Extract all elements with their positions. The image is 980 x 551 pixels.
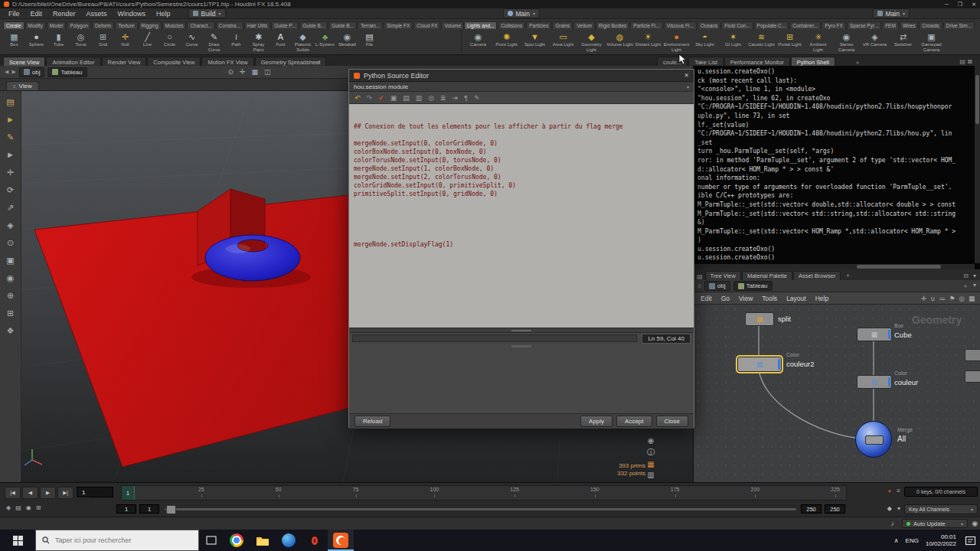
shelf-tool[interactable]: ∿ Curve — [181, 31, 203, 52]
shelf-tab[interactable]: Guide P... — [271, 21, 299, 29]
menu-item[interactable]: Help — [151, 10, 176, 18]
range-icon[interactable]: ◉ — [26, 504, 31, 511]
transport-button[interactable]: ◀ — [22, 487, 38, 499]
editor-titlebar[interactable]: Python Source Editor ✕ — [349, 70, 694, 82]
viewport-tool-icon[interactable]: ⇗ — [4, 202, 18, 213]
taskbar-app-files[interactable] — [250, 530, 276, 551]
search-input[interactable] — [54, 536, 192, 545]
path-obj-chip[interactable]: obj — [19, 67, 45, 77]
shelf-tab[interactable]: Cloud FX — [413, 21, 440, 29]
taskbar-app-blue[interactable] — [276, 530, 302, 551]
taskbar-app-houdini[interactable] — [328, 530, 354, 551]
network-menu-item[interactable]: Go — [717, 295, 734, 302]
editor-toolbar-icon[interactable]: ▣ — [390, 94, 397, 102]
shelf-tab[interactable]: Polygon — [67, 21, 91, 29]
range-start-field[interactable]: 1 — [116, 504, 136, 514]
horizontal-scrollbar[interactable] — [694, 264, 975, 269]
python-shell-pane[interactable]: u.session.createOxo()ck (most recent cal… — [693, 66, 980, 269]
shelf-tool[interactable]: ◎ Torus — [70, 31, 92, 52]
shelf-tab[interactable]: Viscous Fl... — [664, 21, 697, 29]
reload-button[interactable]: Reload — [354, 416, 390, 427]
menu-item[interactable]: Edit — [25, 10, 48, 18]
shelf-tool[interactable]: ✎ Draw Curve — [203, 31, 225, 52]
viewport-tool-icon[interactable]: ▤ — [4, 96, 18, 107]
editor-toolbar-icon[interactable]: ◎ — [428, 94, 434, 102]
display-option-icon[interactable]: ▥ — [647, 471, 655, 479]
shelf-tab[interactable]: Pyro FX — [822, 21, 845, 29]
range-end-field2[interactable]: 250 — [825, 504, 845, 514]
menu-item[interactable]: Windows — [113, 10, 152, 18]
back-icon[interactable]: ◀ — [5, 69, 8, 75]
shelf-tool[interactable]: ╱ Line — [136, 31, 158, 52]
viewport-option-icon[interactable]: ▦ — [252, 68, 259, 76]
network-menu-item[interactable]: Tools — [757, 295, 782, 302]
shelf-tool[interactable]: ◆ Platonic Solids — [292, 31, 314, 52]
shelf-tab[interactable]: Rigging — [139, 21, 162, 29]
clipped-node[interactable] — [965, 349, 980, 361]
shelf-tab[interactable]: Modify — [25, 21, 46, 29]
node-couleur[interactable]: ▨ — [857, 375, 892, 389]
language-indicator[interactable]: ENG — [906, 537, 919, 544]
code-editor[interactable]: ## Conexion de tout les elements pour le… — [349, 104, 694, 328]
add-network-tab-button[interactable]: ＋ — [841, 270, 854, 280]
viewport-tool-icon[interactable]: ⊙ — [4, 237, 18, 248]
main-scene-dropdown[interactable]: Main▾ — [503, 8, 540, 18]
path-obj-chip[interactable]: obj — [704, 281, 730, 291]
network-toolbar-icon[interactable]: ⚑ — [949, 295, 956, 302]
shelf-tab[interactable]: Create — [3, 21, 24, 29]
shelf-tab[interactable]: Particles — [526, 21, 551, 29]
network-toolbar-icon[interactable]: ◎ — [959, 295, 965, 302]
shelf-tool[interactable]: ▣ Gamepad Camera — [917, 31, 946, 52]
current-frame-marker[interactable]: 1 — [122, 486, 135, 500]
shelf-tool[interactable]: ◉ Camera — [464, 31, 492, 52]
audio-icon[interactable]: ♪ — [891, 520, 895, 527]
shelf-tab[interactable]: Hair Utils — [244, 21, 270, 29]
network-menu-item[interactable]: View — [734, 295, 757, 302]
shelf-tab[interactable]: Sparse Pyr... — [847, 21, 881, 29]
viewport-tool-icon[interactable]: ❖ — [4, 325, 18, 336]
network-menu-item[interactable]: Layout — [782, 295, 811, 302]
shelf-tool[interactable]: ◉ Stereo Camera — [832, 31, 861, 52]
clock[interactable]: 00:01 10/02/2022 — [926, 533, 956, 548]
menu-item[interactable]: File — [3, 10, 25, 18]
main-desktop-right-dropdown[interactable]: Main▾ — [873, 8, 910, 18]
shelf-tab[interactable]: Constra... — [216, 21, 243, 29]
range-start-field2[interactable]: 1 — [139, 504, 159, 514]
close-button[interactable]: Close — [656, 416, 688, 427]
shelf-tool[interactable]: ◓ Sky Light — [691, 31, 719, 52]
network-toolbar-icon[interactable]: ▦ — [969, 295, 975, 302]
vertical-scrollbar[interactable] — [975, 66, 980, 263]
editor-toolbar-icon[interactable]: ⇥ — [452, 94, 459, 102]
view-tab[interactable]: ≡ View — [6, 81, 39, 90]
shelf-tab[interactable]: Charact... — [187, 21, 214, 29]
shelf-tool[interactable]: ⇄ Switcher — [889, 31, 917, 52]
range-slider-handle[interactable] — [166, 505, 176, 514]
shelf-tab[interactable]: Fluid Con... — [721, 21, 753, 29]
transport-button[interactable]: |◀ — [5, 487, 21, 499]
editor-toolbar-icon[interactable]: ↶ — [354, 94, 361, 102]
taskbar-app-chrome[interactable] — [224, 530, 250, 551]
range-end-field[interactable]: 250 — [801, 504, 822, 514]
range-icon[interactable]: ⊞ — [36, 504, 41, 511]
shelf-tab[interactable]: Vellum — [573, 21, 595, 29]
network-tab[interactable]: Tree View — [705, 271, 741, 280]
shelf-tool[interactable]: ☀ Distant Light — [634, 31, 662, 52]
viewport-tool-icon[interactable]: ◉ — [4, 272, 18, 283]
node-couleur2[interactable]: ▨ — [737, 357, 782, 372]
network-tab[interactable]: Asset Browser — [793, 271, 841, 280]
pane-layout-icons[interactable]: ▤ ⊠ — [957, 57, 975, 66]
shelf-tab[interactable]: Container... — [789, 21, 821, 29]
playbar-icon[interactable]: ● — [887, 487, 891, 494]
viewport-tool-icon[interactable]: ✛ — [4, 167, 18, 178]
shelf-tab[interactable]: Wires — [900, 21, 919, 29]
viewport-tool-icon[interactable]: ⊕ — [4, 290, 18, 301]
chevron-down-icon[interactable]: ▾ — [973, 272, 976, 279]
shelf-tab[interactable]: Simple FX — [384, 21, 413, 29]
pane-menu-icon[interactable]: ▤ — [697, 273, 703, 280]
close-icon[interactable]: ✕ — [684, 72, 689, 79]
pane-grip[interactable] — [511, 345, 531, 347]
shelf-tool[interactable]: ▦ Box — [3, 31, 25, 52]
editor-toolbar-icon[interactable]: ▤ — [403, 94, 410, 102]
path-node-chip[interactable]: Tableau — [47, 67, 87, 77]
network-menu-item[interactable]: Help — [811, 295, 833, 302]
